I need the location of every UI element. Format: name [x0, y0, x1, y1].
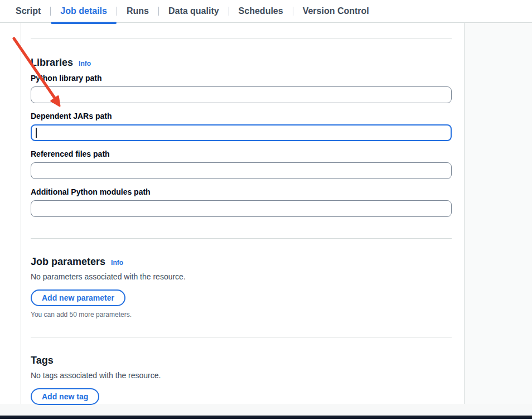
section-divider	[31, 337, 452, 337]
right-side-rail	[464, 23, 532, 404]
libraries-section: Libraries Info Python library path Depen…	[31, 56, 452, 217]
dependent-jars-path-input[interactable]	[31, 124, 452, 141]
tab-script[interactable]: Script	[6, 0, 50, 23]
tab-schedules[interactable]: Schedules	[229, 0, 293, 23]
section-divider	[31, 238, 452, 239]
libraries-heading: Libraries	[31, 56, 73, 69]
python-library-path-label: Python library path	[31, 74, 452, 83]
job-parameters-empty-text: No parameters associated with the resour…	[31, 272, 452, 282]
section-divider	[31, 38, 452, 38]
job-parameters-section: Job parameters Info No parameters associ…	[31, 255, 452, 319]
left-panel-divider	[21, 23, 21, 404]
tags-heading: Tags	[31, 354, 54, 366]
tags-empty-text: No tags associated with the resource.	[31, 370, 452, 380]
additional-python-modules-path-input[interactable]	[31, 200, 452, 217]
tab-bar: Script Job details Runs Data quality Sch…	[0, 0, 532, 23]
job-details-panel: Libraries Info Python library path Depen…	[31, 23, 452, 405]
job-parameters-heading: Job parameters	[31, 255, 105, 268]
referenced-files-path-input[interactable]	[31, 162, 452, 179]
tab-data-quality[interactable]: Data quality	[159, 0, 229, 23]
tags-section: Tags No tags associated with the resourc…	[31, 354, 452, 405]
job-parameters-info-link[interactable]: Info	[111, 259, 123, 267]
bottom-panel-edge[interactable]	[0, 416, 532, 419]
tab-runs[interactable]: Runs	[117, 0, 158, 23]
tab-job-details[interactable]: Job details	[51, 0, 117, 23]
add-new-parameter-button[interactable]: Add new parameter	[31, 289, 125, 306]
libraries-info-link[interactable]: Info	[79, 60, 91, 67]
tab-version-control[interactable]: Version Control	[293, 0, 379, 23]
python-library-path-input[interactable]	[31, 86, 452, 103]
text-cursor	[36, 128, 37, 138]
referenced-files-path-label: Referenced files path	[31, 149, 452, 159]
job-parameters-limit-text: You can add 50 more parameters.	[31, 311, 452, 319]
dependent-jars-path-label: Dependent JARs path	[31, 112, 452, 121]
add-new-tag-button[interactable]: Add new tag	[31, 388, 99, 405]
additional-python-modules-path-label: Additional Python modules path	[31, 187, 452, 197]
